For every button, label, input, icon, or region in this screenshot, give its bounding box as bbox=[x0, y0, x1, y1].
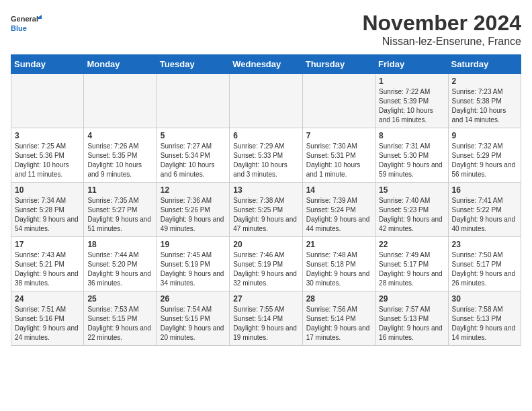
calendar-cell: 30Sunrise: 7:58 AM Sunset: 5:13 PM Dayli… bbox=[448, 291, 521, 346]
day-number: 21 bbox=[306, 240, 371, 249]
day-number: 26 bbox=[161, 294, 226, 304]
calendar-cell: 15Sunrise: 7:40 AM Sunset: 5:23 PM Dayli… bbox=[375, 183, 448, 237]
day-number: 17 bbox=[15, 240, 80, 249]
weekday-header: Saturday bbox=[448, 55, 521, 74]
day-number: 29 bbox=[379, 294, 444, 304]
day-info: Sunrise: 7:58 AM Sunset: 5:13 PM Dayligh… bbox=[452, 305, 517, 342]
day-info: Sunrise: 7:56 AM Sunset: 5:14 PM Dayligh… bbox=[306, 305, 371, 342]
day-info: Sunrise: 7:34 AM Sunset: 5:28 PM Dayligh… bbox=[15, 196, 80, 234]
day-number: 11 bbox=[87, 185, 152, 195]
calendar-week-row: 17Sunrise: 7:43 AM Sunset: 5:21 PM Dayli… bbox=[11, 237, 521, 291]
day-info: Sunrise: 7:32 AM Sunset: 5:29 PM Dayligh… bbox=[452, 142, 517, 179]
day-info: Sunrise: 7:46 AM Sunset: 5:19 PM Dayligh… bbox=[233, 250, 298, 288]
weekday-header: Friday bbox=[375, 55, 448, 74]
day-info: Sunrise: 7:41 AM Sunset: 5:22 PM Dayligh… bbox=[452, 196, 517, 234]
calendar-cell: 7Sunrise: 7:30 AM Sunset: 5:31 PM Daylig… bbox=[302, 128, 375, 183]
logo: General Blue bbox=[11, 11, 44, 38]
weekday-header: Wednesday bbox=[230, 55, 302, 74]
day-info: Sunrise: 7:38 AM Sunset: 5:25 PM Dayligh… bbox=[233, 196, 298, 234]
weekday-header: Tuesday bbox=[157, 55, 229, 74]
day-info: Sunrise: 7:43 AM Sunset: 5:21 PM Dayligh… bbox=[15, 250, 80, 288]
day-number: 13 bbox=[233, 185, 298, 195]
calendar-cell: 4Sunrise: 7:26 AM Sunset: 5:35 PM Daylig… bbox=[84, 128, 157, 183]
calendar-cell bbox=[157, 74, 229, 128]
day-info: Sunrise: 7:23 AM Sunset: 5:38 PM Dayligh… bbox=[452, 87, 517, 125]
calendar-week-row: 10Sunrise: 7:34 AM Sunset: 5:28 PM Dayli… bbox=[11, 183, 521, 237]
day-number: 14 bbox=[306, 185, 371, 195]
day-info: Sunrise: 7:53 AM Sunset: 5:15 PM Dayligh… bbox=[87, 305, 152, 342]
day-number: 27 bbox=[233, 294, 298, 304]
calendar-cell: 25Sunrise: 7:53 AM Sunset: 5:15 PM Dayli… bbox=[84, 291, 157, 346]
day-number: 12 bbox=[161, 185, 226, 195]
calendar-cell: 21Sunrise: 7:48 AM Sunset: 5:18 PM Dayli… bbox=[302, 237, 375, 291]
calendar-cell bbox=[11, 74, 84, 128]
weekday-header: Sunday bbox=[11, 55, 84, 74]
day-number: 1 bbox=[379, 77, 444, 86]
calendar-cell: 18Sunrise: 7:44 AM Sunset: 5:20 PM Dayli… bbox=[84, 237, 157, 291]
calendar-cell: 29Sunrise: 7:57 AM Sunset: 5:13 PM Dayli… bbox=[375, 291, 448, 346]
svg-text:Blue: Blue bbox=[11, 24, 27, 32]
day-number: 20 bbox=[233, 240, 298, 249]
day-number: 19 bbox=[161, 240, 226, 249]
day-info: Sunrise: 7:57 AM Sunset: 5:13 PM Dayligh… bbox=[379, 305, 444, 342]
calendar-cell: 24Sunrise: 7:51 AM Sunset: 5:16 PM Dayli… bbox=[11, 291, 84, 346]
day-info: Sunrise: 7:48 AM Sunset: 5:18 PM Dayligh… bbox=[306, 250, 371, 288]
calendar-cell: 17Sunrise: 7:43 AM Sunset: 5:21 PM Dayli… bbox=[11, 237, 84, 291]
weekday-header: Thursday bbox=[302, 55, 375, 74]
calendar-cell: 20Sunrise: 7:46 AM Sunset: 5:19 PM Dayli… bbox=[230, 237, 302, 291]
day-info: Sunrise: 7:54 AM Sunset: 5:15 PM Dayligh… bbox=[161, 305, 226, 342]
day-info: Sunrise: 7:39 AM Sunset: 5:24 PM Dayligh… bbox=[306, 196, 371, 234]
weekday-header-row: SundayMondayTuesdayWednesdayThursdayFrid… bbox=[11, 55, 521, 74]
calendar-cell: 19Sunrise: 7:45 AM Sunset: 5:19 PM Dayli… bbox=[157, 237, 229, 291]
day-number: 9 bbox=[452, 131, 517, 140]
day-number: 25 bbox=[87, 294, 152, 304]
location-title: Nissan-lez-Enserune, France bbox=[362, 36, 521, 48]
day-info: Sunrise: 7:30 AM Sunset: 5:31 PM Dayligh… bbox=[306, 142, 371, 179]
day-number: 10 bbox=[15, 185, 80, 195]
calendar-cell: 8Sunrise: 7:31 AM Sunset: 5:30 PM Daylig… bbox=[375, 128, 448, 183]
day-number: 2 bbox=[452, 77, 517, 86]
calendar-week-row: 1Sunrise: 7:22 AM Sunset: 5:39 PM Daylig… bbox=[11, 74, 521, 128]
calendar-cell: 9Sunrise: 7:32 AM Sunset: 5:29 PM Daylig… bbox=[448, 128, 521, 183]
day-info: Sunrise: 7:51 AM Sunset: 5:16 PM Dayligh… bbox=[15, 305, 80, 342]
day-number: 24 bbox=[15, 294, 80, 304]
day-number: 3 bbox=[15, 131, 80, 140]
calendar-cell: 2Sunrise: 7:23 AM Sunset: 5:38 PM Daylig… bbox=[448, 74, 521, 128]
day-number: 30 bbox=[452, 294, 517, 304]
month-title: November 2024 bbox=[362, 11, 521, 36]
day-number: 4 bbox=[87, 131, 152, 140]
calendar-cell: 3Sunrise: 7:25 AM Sunset: 5:36 PM Daylig… bbox=[11, 128, 84, 183]
calendar-cell bbox=[230, 74, 302, 128]
calendar-cell: 1Sunrise: 7:22 AM Sunset: 5:39 PM Daylig… bbox=[375, 74, 448, 128]
svg-text:General: General bbox=[11, 15, 38, 23]
calendar-cell bbox=[84, 74, 157, 128]
calendar-cell: 5Sunrise: 7:27 AM Sunset: 5:34 PM Daylig… bbox=[157, 128, 229, 183]
day-info: Sunrise: 7:29 AM Sunset: 5:33 PM Dayligh… bbox=[233, 142, 298, 179]
calendar-cell: 12Sunrise: 7:36 AM Sunset: 5:26 PM Dayli… bbox=[157, 183, 229, 237]
day-number: 6 bbox=[233, 131, 298, 140]
day-number: 16 bbox=[452, 185, 517, 195]
calendar-week-row: 3Sunrise: 7:25 AM Sunset: 5:36 PM Daylig… bbox=[11, 128, 521, 183]
logo-svg: General Blue bbox=[11, 11, 44, 38]
day-number: 22 bbox=[379, 240, 444, 249]
header: General Blue November 2024 Nissan-lez-En… bbox=[11, 11, 521, 48]
day-number: 23 bbox=[452, 240, 517, 249]
day-info: Sunrise: 7:44 AM Sunset: 5:20 PM Dayligh… bbox=[87, 250, 152, 288]
day-info: Sunrise: 7:49 AM Sunset: 5:17 PM Dayligh… bbox=[379, 250, 444, 288]
calendar-cell: 11Sunrise: 7:35 AM Sunset: 5:27 PM Dayli… bbox=[84, 183, 157, 237]
day-info: Sunrise: 7:31 AM Sunset: 5:30 PM Dayligh… bbox=[379, 142, 444, 179]
calendar-cell: 28Sunrise: 7:56 AM Sunset: 5:14 PM Dayli… bbox=[302, 291, 375, 346]
calendar-table: SundayMondayTuesdayWednesdayThursdayFrid… bbox=[11, 54, 521, 346]
calendar-cell: 13Sunrise: 7:38 AM Sunset: 5:25 PM Dayli… bbox=[230, 183, 302, 237]
calendar-cell: 10Sunrise: 7:34 AM Sunset: 5:28 PM Dayli… bbox=[11, 183, 84, 237]
calendar-cell: 23Sunrise: 7:50 AM Sunset: 5:17 PM Dayli… bbox=[448, 237, 521, 291]
calendar-cell: 22Sunrise: 7:49 AM Sunset: 5:17 PM Dayli… bbox=[375, 237, 448, 291]
weekday-header: Monday bbox=[84, 55, 157, 74]
day-info: Sunrise: 7:25 AM Sunset: 5:36 PM Dayligh… bbox=[15, 142, 80, 179]
day-info: Sunrise: 7:26 AM Sunset: 5:35 PM Dayligh… bbox=[87, 142, 152, 179]
day-number: 18 bbox=[87, 240, 152, 249]
day-number: 8 bbox=[379, 131, 444, 140]
title-area: November 2024 Nissan-lez-Enserune, Franc… bbox=[362, 11, 521, 48]
day-info: Sunrise: 7:50 AM Sunset: 5:17 PM Dayligh… bbox=[452, 250, 517, 288]
day-info: Sunrise: 7:45 AM Sunset: 5:19 PM Dayligh… bbox=[161, 250, 226, 288]
